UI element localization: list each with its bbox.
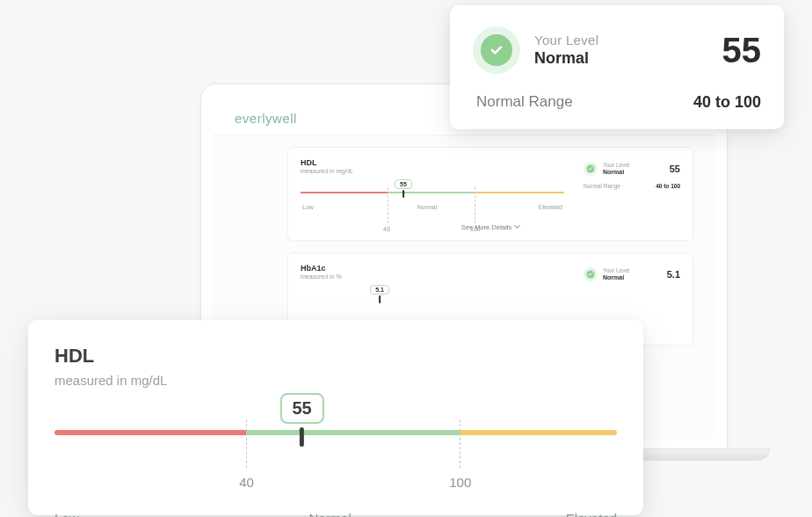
gauge-marker-value: 55 [395, 179, 412, 189]
level-status: Normal [603, 169, 624, 175]
gauge-label-low: Low [54, 511, 79, 517]
gauge-segment-low [301, 192, 388, 193]
gauge-label-elevated: Elevated [566, 511, 617, 517]
gauge-tick-100: 100 [460, 419, 460, 468]
hdl-gauge: 40 100 55 [54, 430, 617, 492]
result-card-hdl: HDL measured in mg/dL 40 100 55 Low Norm… [287, 147, 693, 241]
gauge-marker-value: 5.1 [370, 285, 389, 295]
your-level-label: Your Level [534, 33, 598, 47]
level-status: Normal [603, 274, 624, 280]
check-circle-icon [473, 26, 520, 74]
hba1c-mini-gauge: 5.1 [301, 297, 564, 320]
your-level-value: 55 [722, 31, 762, 70]
gauge-segment-elevated [460, 430, 617, 435]
result-level-summary: Your Level Normal 55 Normal Range 40 to … [584, 162, 680, 189]
check-circle-icon [584, 267, 598, 281]
chevron-down-icon [514, 222, 520, 229]
your-level-status: Normal [534, 49, 598, 68]
gauge-marker-value: 55 [279, 393, 323, 424]
hdl-title: HDL [54, 345, 617, 368]
brand-logo: everlywell [235, 111, 297, 126]
your-level-callout: Your Level Normal 55 Normal Range 40 to … [450, 5, 784, 129]
level-label: Your Level [603, 267, 629, 274]
hdl-mini-gauge: 40 100 55 Low Normal Elevated [301, 192, 564, 215]
gauge-segment-low [54, 430, 246, 435]
hdl-gauge-callout: HDL measured in mg/dL 40 100 55 Low Norm… [28, 320, 643, 515]
gauge-label-normal: Normal [308, 511, 351, 517]
gauge-label-normal: Normal [417, 204, 438, 210]
gauge-marker: 55 [279, 393, 323, 447]
see-more-details-toggle[interactable]: See More Details [301, 223, 680, 231]
level-value: 55 [670, 164, 680, 174]
gauge-segment-elevated [475, 192, 564, 193]
normal-range-label: Normal Range [476, 93, 573, 112]
normal-range-value: 40 to 100 [693, 93, 761, 112]
gauge-marker: 5.1 [370, 285, 389, 303]
gauge-segment-normal [246, 430, 460, 435]
range-label: Normal Range [584, 183, 620, 189]
range-value: 40 to 100 [656, 183, 680, 189]
gauge-label-low: Low [302, 204, 314, 210]
check-circle-icon [584, 162, 598, 176]
gauge-label-elevated: Elevated [539, 204, 562, 210]
gauge-tick-40: 40 [246, 419, 247, 468]
level-label: Your Level [603, 162, 629, 169]
result-level-summary: Your Level Normal 5.1 [584, 267, 680, 281]
level-value: 5.1 [667, 269, 680, 280]
hdl-unit: measured in mg/dL [54, 373, 617, 388]
gauge-marker: 55 [395, 179, 412, 198]
